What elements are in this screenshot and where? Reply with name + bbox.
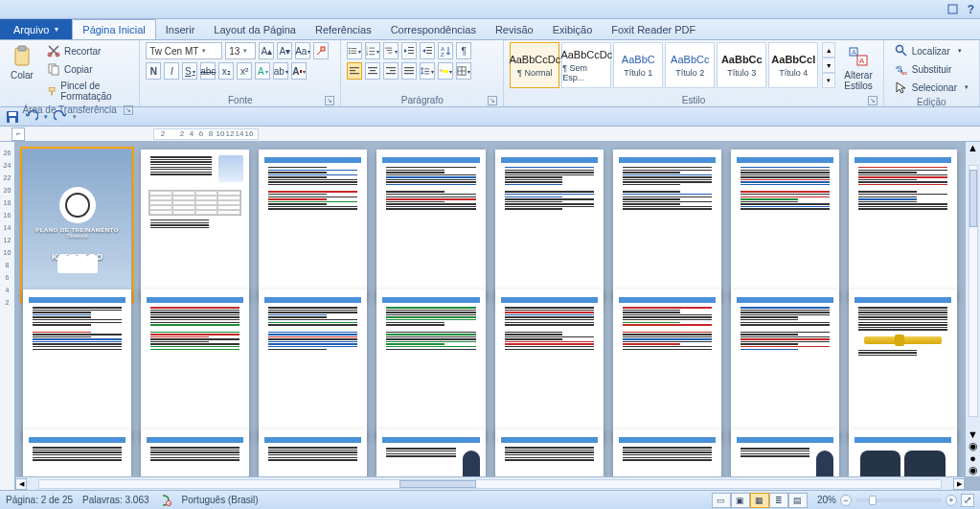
gallery-up-button[interactable]: ▲ [822, 42, 835, 58]
numbering-button[interactable]: 123 [365, 42, 380, 59]
superscript-button[interactable]: x² [237, 62, 252, 80]
zoom-level[interactable]: 20% [817, 495, 836, 505]
style-item[interactable]: AaBbCcTítulo 2 [665, 42, 715, 88]
page-thumb[interactable] [376, 150, 485, 300]
clear-format-button[interactable] [313, 42, 329, 59]
scroll-right-button[interactable]: ▶ [953, 478, 965, 490]
align-right-button[interactable] [383, 62, 399, 80]
tab-home[interactable]: Página Inicial [72, 19, 155, 39]
gallery-down-button[interactable]: ▼ [822, 58, 835, 73]
clipboard-launcher[interactable]: ↘ [124, 105, 133, 115]
style-item[interactable]: AaBbCcDc¶ Sem Esp... [561, 42, 611, 88]
align-left-button[interactable] [347, 62, 362, 80]
vscroll-thumb[interactable] [969, 170, 977, 227]
replace-button[interactable]: abacSubstituir [890, 60, 957, 78]
view-print-layout[interactable]: ▭ [712, 493, 731, 508]
page-thumb[interactable] [376, 429, 485, 482]
page-thumb[interactable] [23, 429, 131, 482]
hscroll-thumb[interactable] [399, 480, 476, 488]
scroll-left-button[interactable]: ◀ [15, 478, 27, 490]
strike-button[interactable]: abc [200, 62, 216, 80]
zoom-knob[interactable] [869, 496, 877, 505]
tab-foxit[interactable]: Foxit Reader PDF [602, 19, 705, 39]
text-effects-button[interactable]: A [255, 62, 270, 80]
help-button[interactable]: ? [968, 3, 974, 16]
tab-page-layout[interactable]: Layout da Página [204, 19, 306, 39]
highlight-button[interactable]: ab [273, 62, 288, 80]
proofing-icon[interactable]: ✕ [159, 494, 172, 507]
page-thumb[interactable] [141, 150, 249, 300]
borders-button[interactable] [456, 62, 471, 80]
page-thumb[interactable] [613, 429, 721, 482]
cut-button[interactable]: Recortar [42, 42, 133, 59]
copy-button[interactable]: Copiar [42, 60, 133, 78]
tab-view[interactable]: Exibição [543, 19, 603, 39]
page-thumb[interactable] [259, 429, 367, 482]
font-name-combo[interactable]: Tw Cen MT▾ [146, 42, 222, 59]
format-painter-button[interactable]: Pincel de Formatação [42, 79, 133, 104]
paragraph-launcher[interactable]: ↘ [488, 96, 497, 105]
align-center-button[interactable] [365, 62, 380, 80]
gallery-more-button[interactable]: ▾ [822, 73, 835, 88]
page-thumb[interactable] [731, 289, 839, 440]
prev-page-button[interactable]: ◉ [969, 440, 978, 452]
horizontal-ruler[interactable]: ⌐ 2246810121416 [0, 127, 980, 142]
style-item[interactable]: AaBbCcDc¶ Normal [510, 42, 559, 88]
zoom-expand-icon[interactable]: ⤢ [961, 494, 974, 507]
tab-mailings[interactable]: Correspondências [381, 19, 486, 39]
page-thumbnails[interactable]: PLANO DE TREINAMENTOTrimestralKARATE-DO [0, 142, 980, 490]
decrease-indent-button[interactable] [401, 42, 417, 59]
shrink-font-button[interactable]: A▾ [277, 42, 292, 59]
view-draft[interactable]: ▤ [788, 493, 808, 508]
horizontal-scrollbar[interactable]: ◀ ▶ [15, 476, 965, 490]
page-thumb[interactable] [731, 429, 839, 482]
bold-button[interactable]: N [146, 62, 161, 80]
multilevel-button[interactable] [383, 42, 399, 59]
page-thumb[interactable] [495, 289, 604, 440]
show-marks-button[interactable]: ¶ [456, 42, 471, 59]
view-outline[interactable]: ≣ [769, 493, 788, 508]
page-thumb[interactable] [495, 150, 604, 300]
page-thumb[interactable] [613, 150, 721, 300]
status-words[interactable]: Palavras: 3.063 [82, 495, 149, 505]
bullets-button[interactable] [347, 42, 362, 59]
sort-button[interactable]: AZ [438, 42, 453, 59]
scroll-up-button[interactable]: ▲ [968, 142, 978, 153]
paste-button[interactable]: Colar [6, 42, 38, 83]
change-case-button[interactable]: Aa [295, 42, 310, 59]
increase-indent-button[interactable] [420, 42, 435, 59]
italic-button[interactable]: I [164, 62, 179, 80]
zoom-out-button[interactable]: − [840, 495, 852, 506]
page-thumb[interactable] [23, 289, 131, 440]
select-button[interactable]: Selecionar▾ [890, 79, 973, 96]
page-thumb-cover[interactable]: PLANO DE TREINAMENTOTrimestralKARATE-DO [23, 150, 131, 300]
style-item[interactable]: AaBbCcTítulo 3 [717, 42, 766, 88]
view-web[interactable]: ▦ [750, 493, 769, 508]
next-page-button[interactable]: ◉ [969, 464, 978, 476]
grow-font-button[interactable]: A▴ [259, 42, 274, 59]
vertical-scrollbar[interactable]: ▲ ▼ ◉ ● ◉ [965, 142, 980, 476]
line-spacing-button[interactable] [420, 62, 435, 80]
status-language[interactable]: Português (Brasil) [182, 495, 259, 505]
tab-file[interactable]: Arquivo [0, 19, 72, 39]
styles-launcher[interactable]: ↘ [868, 96, 877, 105]
underline-button[interactable]: S [182, 62, 197, 80]
view-reading[interactable]: ▣ [731, 493, 750, 508]
page-thumb[interactable] [849, 150, 957, 300]
style-item[interactable]: AaBbCTítulo 1 [613, 42, 663, 88]
page-thumb[interactable] [141, 289, 249, 440]
page-thumb[interactable] [849, 289, 957, 440]
page-thumb[interactable] [731, 150, 839, 300]
font-launcher[interactable]: ↘ [325, 96, 334, 105]
page-thumb[interactable] [849, 429, 957, 482]
change-styles-button[interactable]: AA Alterar Estilos [839, 42, 877, 94]
browse-object-button[interactable]: ● [969, 452, 976, 464]
font-size-combo[interactable]: 13▾ [225, 42, 256, 59]
subscript-button[interactable]: x₂ [218, 62, 234, 80]
page-thumb[interactable] [376, 289, 485, 440]
status-page[interactable]: Página: 2 de 25 [6, 495, 73, 505]
shading-button[interactable] [438, 62, 453, 80]
tab-insert[interactable]: Inserir [156, 19, 205, 39]
tab-references[interactable]: Referências [306, 19, 381, 39]
restore-icon[interactable] [946, 3, 960, 16]
